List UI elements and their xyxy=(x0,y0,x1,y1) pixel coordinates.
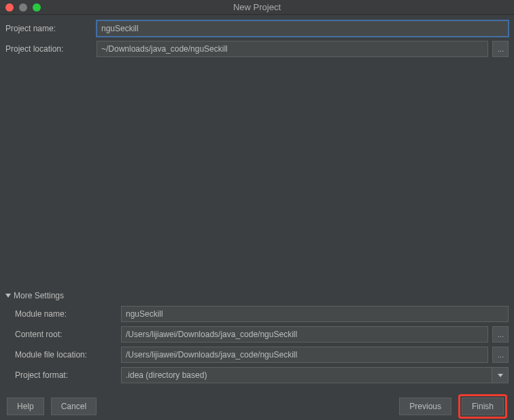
project-location-row: Project location: … xyxy=(5,41,509,57)
more-settings-section: More Settings Module name: Content root:… xyxy=(5,291,509,387)
project-format-value[interactable] xyxy=(121,367,492,383)
project-name-label: Project name: xyxy=(5,24,92,33)
maximize-icon[interactable] xyxy=(33,3,41,12)
content-area: Project name: Project location: … More S… xyxy=(0,15,514,393)
browse-location-button[interactable]: … xyxy=(492,41,509,57)
titlebar: New Project xyxy=(0,0,514,15)
project-name-row: Project name: xyxy=(5,20,509,37)
project-format-dropdown-button[interactable] xyxy=(492,367,509,383)
ellipsis-icon: … xyxy=(498,351,504,359)
browse-module-file-button[interactable]: … xyxy=(492,347,509,363)
module-file-location-label: Module file location: xyxy=(5,350,117,360)
help-button[interactable]: Help xyxy=(7,398,44,415)
project-format-row: Project format: xyxy=(5,367,509,383)
close-icon[interactable] xyxy=(5,3,14,12)
ellipsis-icon: … xyxy=(498,46,504,53)
project-location-input[interactable] xyxy=(97,41,488,57)
minimize-icon xyxy=(19,3,27,12)
project-format-label: Project format: xyxy=(5,370,117,380)
module-name-row: Module name: xyxy=(5,306,509,322)
finish-highlight-annotation: Finish xyxy=(458,394,507,419)
spacer xyxy=(5,61,509,291)
chevron-down-icon xyxy=(498,374,503,377)
window-controls xyxy=(0,3,41,12)
module-name-label: Module name: xyxy=(5,309,117,319)
project-format-select[interactable] xyxy=(121,367,509,383)
ellipsis-icon: … xyxy=(498,331,504,338)
finish-button[interactable]: Finish xyxy=(462,398,504,415)
content-root-label: Content root: xyxy=(5,330,117,339)
more-settings-label: More Settings xyxy=(14,291,64,300)
more-settings-toggle[interactable]: More Settings xyxy=(5,291,509,300)
browse-content-root-button[interactable]: … xyxy=(492,326,509,343)
project-name-input[interactable] xyxy=(97,20,509,37)
content-root-row: Content root: … xyxy=(5,326,509,343)
project-location-label: Project location: xyxy=(5,44,92,54)
cancel-button[interactable]: Cancel xyxy=(51,398,97,415)
chevron-down-icon xyxy=(5,294,11,298)
module-file-location-row: Module file location: … xyxy=(5,347,509,363)
window-title: New Project xyxy=(0,2,514,12)
module-name-input[interactable] xyxy=(121,306,509,322)
previous-button[interactable]: Previous xyxy=(399,398,451,415)
footer-bar: Help Cancel Previous Finish xyxy=(0,393,514,420)
content-root-input[interactable] xyxy=(121,326,488,343)
module-file-location-input[interactable] xyxy=(121,347,488,363)
